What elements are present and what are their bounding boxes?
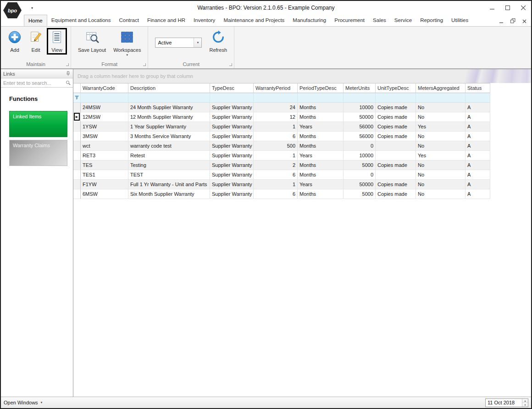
cell-typedesc[interactable]: Supplier Warranty [210,189,254,199]
cell-metersaggregated[interactable]: No [416,112,466,122]
cell-periodtypedesc[interactable]: Months [298,160,344,170]
cell-status[interactable]: A [466,122,490,132]
grid-row-F1YW[interactable]: F1YWFull 1 Yr Warranty - Unit and PartsS… [73,180,490,189]
cell-unittypedesc[interactable]: Copies made [376,122,416,132]
grid-row-1YSW[interactable]: 1YSW1 Year Supplier WarrantySupplier War… [73,122,490,132]
cell-warrantyperiod[interactable]: 500 [254,141,298,151]
cell-meterunits[interactable]: 50000 [344,180,376,189]
tab-home[interactable]: Home [24,15,47,26]
grid-row-12MSW[interactable]: ▶12MSW12 Month Supplier WarrantySupplier… [73,112,490,122]
cell-status[interactable]: A [466,189,490,199]
cell-status[interactable]: A [466,180,490,189]
cell-periodtypedesc[interactable]: Years [298,151,344,160]
cell-warrantyperiod[interactable]: 1 [254,180,298,189]
filter-cell-typedesc[interactable] [210,93,254,103]
cell-metersaggregated[interactable]: No [416,189,466,199]
cell-unittypedesc[interactable]: Copies made [376,112,416,122]
cell-status[interactable]: A [466,112,490,122]
cell-description[interactable]: warranty code test [128,141,210,151]
cell-unittypedesc[interactable] [376,170,416,180]
cell-periodtypedesc[interactable]: Months [298,170,344,180]
column-header-status[interactable]: Status [466,83,490,93]
cell-meterunits[interactable]: 5000 [344,189,376,199]
cell-typedesc[interactable]: Supplier Warranty [210,141,254,151]
cell-status[interactable]: A [466,170,490,180]
cell-unittypedesc[interactable] [376,141,416,151]
ribbon-restore-icon[interactable] [510,17,515,25]
cell-metersaggregated[interactable]: No [416,160,466,170]
grid-row-RET3[interactable]: RET3RetestSupplier Warranty1Years10000Ye… [73,151,490,160]
close-button[interactable] [515,2,531,14]
cell-periodtypedesc[interactable]: Years [298,180,344,189]
grid-row-wct[interactable]: wctwarranty code testSupplier Warranty50… [73,141,490,151]
spin-up-icon[interactable]: ▲ [522,399,528,403]
cell-warrantycode[interactable]: TES1 [81,170,128,180]
status-filter-combobox[interactable]: Active ▼ [155,38,202,48]
cell-warrantyperiod[interactable]: 6 [254,132,298,141]
cell-status[interactable]: A [466,160,490,170]
warranty-claims-tile[interactable]: Warranty Claims [9,140,67,166]
combobox-dropdown-button[interactable]: ▼ [194,38,201,47]
dialog-launcher-current[interactable] [229,63,232,66]
cell-periodtypedesc[interactable]: Months [298,132,344,141]
spin-down-icon[interactable]: ▼ [522,403,528,407]
column-header-typedesc[interactable]: TypeDesc [210,83,254,93]
cell-description[interactable]: 1 Year Supplier Warranty [128,122,210,132]
search-input[interactable] [1,80,65,86]
tab-sales[interactable]: Sales [369,15,390,26]
cell-unittypedesc[interactable]: Copies made [376,103,416,112]
filter-cell-warrantycode[interactable] [81,93,128,103]
cell-warrantyperiod[interactable]: 1 [254,122,298,132]
refresh-button[interactable]: Refresh [206,28,230,55]
cell-warrantyperiod[interactable]: 24 [254,103,298,112]
cell-metersaggregated[interactable]: No [416,180,466,189]
grid-row-TES[interactable]: TESTestingSupplier Warranty2Months5000Co… [73,160,490,170]
tab-equipment-and-locations[interactable]: Equipment and Locations [47,15,115,26]
column-header-warrantycode[interactable]: WarrantyCode [81,83,128,93]
cell-status[interactable]: A [466,151,490,160]
cell-description[interactable]: Testing [128,160,210,170]
grid-row-3MSW[interactable]: 3MSW3 Months Service WarrantySupplier Wa… [73,132,490,141]
cell-meterunits[interactable]: 10000 [344,103,376,112]
cell-meterunits[interactable]: 0 [344,141,376,151]
cell-meterunits[interactable]: 50000 [344,112,376,122]
cell-warrantycode[interactable]: 1YSW [81,122,128,132]
cell-unittypedesc[interactable]: Copies made [376,189,416,199]
filter-cell-unittypedesc[interactable] [376,93,416,103]
cell-periodtypedesc[interactable]: Months [298,141,344,151]
cell-unittypedesc[interactable]: Copies made [376,132,416,141]
tab-procurement[interactable]: Procurement [330,15,369,26]
tab-finance-and-hr[interactable]: Finance and HR [143,15,189,26]
cell-warrantycode[interactable]: 12MSW [81,112,128,122]
cell-status[interactable]: A [466,103,490,112]
linked-items-tile[interactable]: Linked Items [9,111,67,137]
cell-periodtypedesc[interactable]: Years [298,122,344,132]
cell-typedesc[interactable]: Supplier Warranty [210,103,254,112]
cell-meterunits[interactable]: 0 [344,170,376,180]
filter-cell-description[interactable] [128,93,210,103]
column-header-periodtypedesc[interactable]: PeriodTypeDesc [298,83,344,93]
cell-periodtypedesc[interactable]: Months [298,112,344,122]
cell-warrantycode[interactable]: 24MSW [81,103,128,112]
column-header-metersaggregated[interactable]: MetersAggregated [416,83,466,93]
filter-cell-metersaggregated[interactable] [416,93,466,103]
filter-cell-status[interactable] [466,93,490,103]
ribbon-minimize-icon[interactable] [499,17,504,25]
cell-meterunits[interactable]: 56000 [344,122,376,132]
cell-warrantyperiod[interactable]: 1 [254,151,298,160]
cell-warrantyperiod[interactable]: 2 [254,160,298,170]
cell-description[interactable]: TEST [128,170,210,180]
dialog-launcher-format[interactable] [143,63,146,66]
cell-periodtypedesc[interactable]: Months [298,189,344,199]
date-editor[interactable]: 11 Oct 2018 ▲ ▼ [485,398,528,407]
cell-warrantyperiod[interactable]: 6 [254,189,298,199]
cell-typedesc[interactable]: Supplier Warranty [210,170,254,180]
open-windows-button[interactable]: Open Windows ▼ [4,400,43,405]
group-by-bar[interactable]: Drag a column header here to group by th… [73,69,531,83]
tab-utilities[interactable]: Utilities [447,15,472,26]
cell-warrantycode[interactable]: TES [81,160,128,170]
cell-metersaggregated[interactable]: No [416,141,466,151]
cell-typedesc[interactable]: Supplier Warranty [210,132,254,141]
cell-periodtypedesc[interactable]: Months [298,103,344,112]
cell-typedesc[interactable]: Supplier Warranty [210,112,254,122]
